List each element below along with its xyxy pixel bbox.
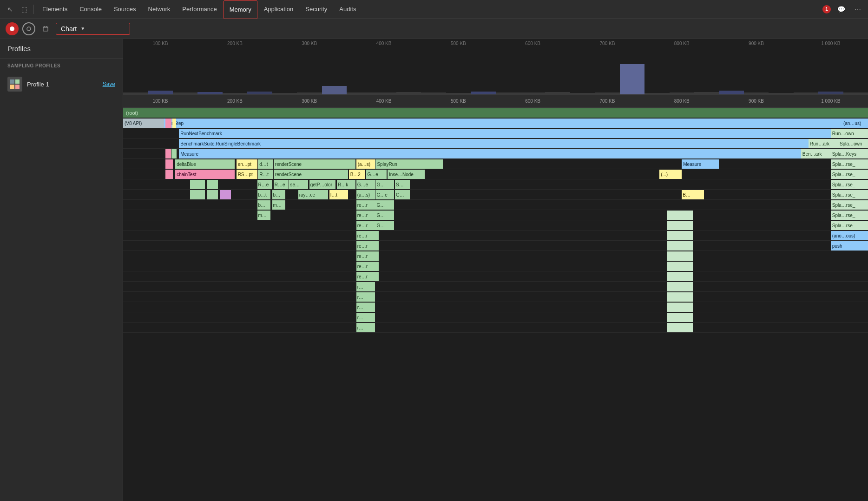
flame-block-row8-ee[interactable]: R…e [274,180,289,189]
feedback-icon[interactable]: 💬 [835,3,848,16]
flame-row-8[interactable]: R…e R…e se… getP…olor R…k G…e G… S… Spla… [123,179,868,190]
flame-block-anonymous-us[interactable]: (an…us) [842,119,868,128]
flame-row-deltablue[interactable]: deltaBlue en…pt d…t renderScene (a…s) Sp… [123,159,868,169]
flame-block-row21-r4[interactable]: r… [356,313,375,322]
flame-block-row9-b2[interactable]: B… [682,190,704,199]
flame-row-17[interactable]: re…r [123,271,868,282]
flame-block-anoos[interactable]: (ano…ous) [831,231,868,240]
clear-button[interactable] [39,22,52,35]
flame-block-row12-right[interactable] [667,221,693,230]
flame-block-row20-right[interactable] [667,303,693,312]
more-icon[interactable]: ⋯ [851,3,864,16]
flame-block-row16-rer[interactable]: re…r [356,262,379,271]
flame-block-green1[interactable] [171,149,177,158]
flame-block-spla-rse-3[interactable]: Spla…rse_ [831,180,868,189]
flame-block-measure[interactable]: Measure [179,149,801,158]
flame-block-row16-right[interactable] [667,262,693,271]
overview-bar[interactable]: 100 KB 200 KB 300 KB 400 KB 500 KB 600 K… [123,39,868,95]
flame-row-15[interactable]: re…r [123,251,868,261]
flame-block-row13-rer[interactable]: re…r [356,231,379,240]
flame-block-row18-r1[interactable]: r… [356,282,375,291]
flame-block-spla-rse-5[interactable]: Spla…rse_ [831,200,868,210]
tab-elements[interactable]: Elements [37,0,73,19]
inspect-icon[interactable]: ⬚ [18,3,31,16]
flame-block-splaown[interactable]: Spla…own [838,139,868,148]
flame-block-row9-rayce[interactable]: ray…ce [298,190,328,199]
flame-row-runnext[interactable]: RunNextBenchmark Run…own [123,128,868,138]
flame-block-purple1[interactable] [220,190,231,199]
flame-block-splayrun[interactable]: SplayRun [375,159,442,169]
flame-block-row17-right[interactable] [667,272,693,281]
flame-block-chaintest[interactable]: chainTest [175,170,235,179]
flame-row-18[interactable]: r… [123,282,868,292]
flame-block-renderscene1[interactable]: renderScene [274,159,355,169]
flame-block-row9-bt1[interactable]: b…t [257,190,271,199]
flame-block-dt[interactable]: d…t [258,159,273,169]
flame-block-row10-m1[interactable]: m… [272,200,286,210]
flame-block-row12-g6[interactable]: G… [375,221,394,230]
flame-block-enpt[interactable]: en…pt [237,159,257,169]
flame-block-parens[interactable]: (...) [659,170,682,179]
flame-block-row22-right[interactable] [667,323,693,332]
flame-block-root[interactable]: (root) [123,108,868,118]
flame-block-row9-g3[interactable]: G… [395,190,410,199]
flame-block-rspt[interactable]: RS…pt [237,170,257,179]
flame-block-row10-b[interactable]: b… [257,200,271,210]
flame-block-row11-g5[interactable]: G… [375,211,394,220]
flame-block-row9-2[interactable] [207,190,218,199]
tab-application[interactable]: Application [258,0,299,19]
flame-block-b2[interactable]: B…2 [349,170,365,179]
flame-block-row9-lt[interactable]: l…t [329,190,348,199]
flame-block-spla-rse-4[interactable]: Spla…rse_ [831,190,868,199]
flame-block-row19-r2[interactable]: r… [356,292,375,302]
flame-block-row22-r5[interactable]: r… [356,323,375,332]
flame-block-benark[interactable]: Ben…ark [801,149,831,158]
flame-block-row8-getpcolor[interactable]: getP…olor [309,180,335,189]
flame-block-row9-ge3[interactable]: G…e [375,190,394,199]
flame-row-11[interactable]: m… re…r G… Spla…rse_ [123,210,868,220]
flame-row-20[interactable]: r… [123,302,868,312]
flame-block-row8-2[interactable] [207,180,218,189]
flame-block-row8-g2[interactable]: G… [375,180,394,189]
flame-chart[interactable]: (root) (V8 API) RunStep (an…us) RunNextB… [123,108,868,501]
flame-block-row8-rk[interactable]: R…k [337,180,355,189]
flame-block-row14-rer[interactable]: re…r [356,241,379,250]
flame-block-row17-rer[interactable]: re…r [356,272,379,281]
flame-block-insenode[interactable]: Inse…Node [388,170,425,179]
flame-row-12[interactable]: re…r G… Spla…rse_ [123,220,868,231]
flame-block-row15-right[interactable] [667,251,693,261]
flame-block-row8-s[interactable]: S… [395,180,410,189]
flame-row-14[interactable]: re…r push [123,241,868,251]
stop-button[interactable] [22,22,35,35]
flame-block-yellow1[interactable] [172,119,176,128]
flame-block-measure2[interactable]: Measure [682,159,719,169]
flame-row-22[interactable]: r… [123,323,868,333]
flame-block-spla-rse-7[interactable]: Spla…rse_ [831,221,868,230]
flame-block-runnextbenchmark[interactable]: RunNextBenchmark [179,129,831,138]
tab-console[interactable]: Console [74,0,107,19]
flame-block-row11-m2[interactable]: m… [257,211,271,220]
flame-block-runown[interactable]: Run…own [831,129,868,138]
flame-block-row10-g4[interactable]: G… [375,200,394,210]
flame-row-chaintest[interactable]: chainTest RS…pt R…t renderScene B…2 G…e … [123,169,868,179]
flame-block-spla-rse-2[interactable]: Spla…rse_ [831,170,868,179]
flame-block-push[interactable]: push [831,241,868,250]
flame-block-pink3[interactable] [165,159,173,169]
flame-block-row8-1[interactable] [190,180,205,189]
flame-block-as1[interactable]: (a…s) [356,159,375,169]
cursor-icon[interactable]: ↖ [4,3,17,16]
flame-row-13[interactable]: re…r (ano…ous) [123,231,868,241]
flame-block-deltablue[interactable]: deltaBlue [175,159,235,169]
flame-block-renderscene2[interactable]: renderScene [274,170,348,179]
flame-row-v8api[interactable]: (V8 API) RunStep (an…us) [123,118,868,128]
flame-block-row15-rer[interactable]: re…r [356,251,379,261]
flame-row-10[interactable]: b… m… re…r G… Spla…rse_ [123,200,868,210]
save-link[interactable]: Save [103,81,115,87]
record-button[interactable] [6,22,19,35]
flame-block-row9-as2[interactable]: (a…s) [356,190,375,199]
flame-row-root[interactable]: (root) [123,108,868,118]
flame-row-19[interactable]: r… [123,292,868,302]
flame-block-row9-1[interactable] [190,190,205,199]
flame-row-measure[interactable]: Measure Ben…ark Spla…Keys [123,149,868,159]
flame-block-row13-right[interactable] [667,231,693,240]
